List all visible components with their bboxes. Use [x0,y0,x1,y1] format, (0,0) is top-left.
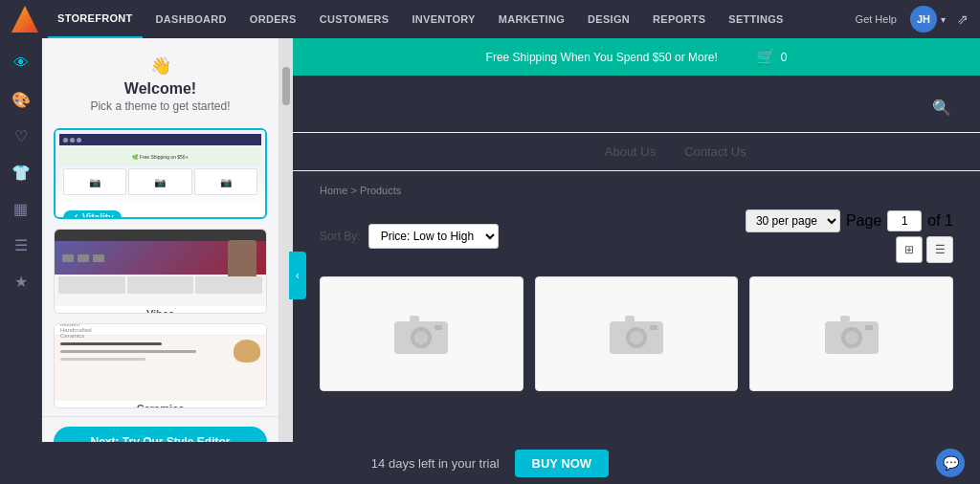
sidebar-icon-heart[interactable]: ♡ [6,121,36,151]
per-page-select[interactable]: 30 per page [746,209,840,232]
theme-item-vitality[interactable]: 🌿 Free Shipping on $50+ 📷 📷 📷 ✓ Vitality [54,128,267,219]
pagination-row: 30 per page Page of 1 [746,209,953,232]
welcome-title: Welcome! [57,80,263,98]
sort-area: Sort By: Price: Low to High [320,224,499,249]
theme-name-ceramics: Ceramics [55,401,266,408]
nav-inventory[interactable]: INVENTORY [402,0,484,38]
sidebar-icon-palette[interactable]: 🎨 [6,84,36,115]
product-card[interactable] [320,276,523,391]
chat-icon: 💬 [943,455,959,471]
store-logo: Your Logo [322,93,443,122]
theme-preview-vibes [55,230,266,306]
product-card[interactable] [749,276,953,391]
sidebar-icon-eye[interactable]: 👁 [6,48,36,78]
view-toggle: ⊞ ☰ [896,236,953,263]
camera-placeholder-icon [823,310,880,358]
nav-design[interactable]: DESIGN [578,0,639,38]
sort-select[interactable]: Price: Low to High [368,224,499,249]
theme-preview-vitality: 🌿 Free Shipping on $50+ 📷 📷 📷 [56,130,265,207]
avatar: JH [910,6,937,33]
top-navigation: STOREFRONT DASHBOARD ORDERS CUSTOMERS IN… [0,0,980,38]
product-toolbar: Sort By: Price: Low to High 30 per page … [320,209,953,263]
welcome-subtitle: Pick a theme to get started! [57,99,263,113]
of-label: of 1 [927,212,953,230]
bottom-bar: 14 days left in your trial BUY NOW 💬 [0,442,980,484]
store-nav: Products About Us Contact Us [293,133,980,171]
theme-name-vibes: Vibes [55,306,266,314]
main-layout: 👁 🎨 ♡ 👕 ▦ ☰ ★ 👋 Welcome! Pick a theme to… [0,38,980,484]
get-help-link[interactable]: Get Help [856,13,897,25]
check-icon: ✓ [71,212,78,219]
list-view-button[interactable]: ☰ [926,236,953,263]
product-grid [320,276,953,391]
cart-count: 0 [781,51,788,64]
sidebar-icon-layout[interactable]: ▦ [6,193,36,224]
svg-point-7 [630,331,643,344]
page-number-input[interactable] [887,210,922,231]
sort-label: Sort By: [320,230,361,243]
svg-rect-9 [650,325,657,330]
cart-icon: 🛒 [756,48,775,66]
theme-preview-ceramics: ModernHandcraftedCeramics [55,324,266,401]
breadcrumb: Home > Products [320,185,953,196]
left-sidebar: 👁 🎨 ♡ 👕 ▦ ☰ ★ [0,38,42,484]
store-nav-contact[interactable]: Contact Us [684,144,746,170]
product-card[interactable] [535,276,739,391]
nav-reports[interactable]: REPORTS [643,0,715,38]
nav-orders[interactable]: ORDERS [240,0,306,38]
nav-marketing[interactable]: MARKETING [489,0,574,38]
camera-placeholder-icon [392,310,450,358]
svg-point-2 [414,331,428,344]
page-label: Page [846,212,881,230]
camera-placeholder-icon [608,310,665,358]
scroll-thumb [282,67,290,105]
preview-area: Free Shipping When You Spend $50 or More… [279,38,980,484]
banner-text: Free Shipping When You Spend $50 or More… [486,51,718,64]
cart-area[interactable]: 🛒 0 [756,48,788,66]
grid-view-button[interactable]: ⊞ [896,236,923,263]
svg-rect-13 [840,316,850,322]
nav-storefront[interactable]: STOREFRONT [48,0,143,38]
theme-item-vibes[interactable]: Vibes [54,229,267,314]
svg-point-12 [845,331,858,344]
panel-collapse-chevron[interactable]: ‹ [289,252,306,299]
store-preview: Free Shipping When You Spend $50 or More… [293,38,980,484]
theme-panel: 👋 Welcome! Pick a theme to get started! … [42,38,279,484]
svg-rect-3 [410,316,419,322]
store-banner: Free Shipping When You Spend $50 or More… [293,38,980,76]
store-nav-products[interactable]: Products [526,144,575,170]
store-header: Your Logo 🔍 [293,76,980,133]
buy-now-button[interactable]: BUY NOW [515,450,610,477]
theme-selected-badge: ✓ Vitality [63,210,122,219]
theme-list: 🌿 Free Shipping on $50+ 📷 📷 📷 ✓ Vitality [42,121,278,416]
sidebar-icon-menu[interactable]: ☰ [6,230,36,260]
chevron-down-icon: ▾ [941,14,946,25]
user-avatar-button[interactable]: JH ▾ [910,6,946,33]
search-icon[interactable]: 🔍 [932,99,951,117]
svg-rect-8 [625,316,635,322]
nav-customers[interactable]: CUSTOMERS [310,0,399,38]
sidebar-icon-star[interactable]: ★ [6,266,36,297]
store-nav-about[interactable]: About Us [605,144,656,170]
sidebar-icon-shirt[interactable]: 👕 [6,157,36,187]
toolbar-right: 30 per page Page of 1 ⊞ ☰ [746,209,953,263]
external-link-icon[interactable]: ⇗ [957,11,969,27]
store-content: Home > Products Sort By: Price: Low to H… [293,171,980,405]
theme-panel-header: 👋 Welcome! Pick a theme to get started! [42,38,278,121]
theme-item-ceramics[interactable]: ModernHandcraftedCeramics Ceramics [54,323,267,408]
nav-dashboard[interactable]: DASHBOARD [146,0,236,38]
trial-text: 14 days left in your trial [371,456,500,471]
wave-emoji: 👋 [150,56,171,76]
chat-bubble-button[interactable]: 💬 [936,449,965,477]
brand-logo-triangle [11,6,38,33]
svg-rect-4 [434,325,442,330]
svg-rect-14 [865,325,873,330]
nav-settings[interactable]: SETTINGS [719,0,792,38]
